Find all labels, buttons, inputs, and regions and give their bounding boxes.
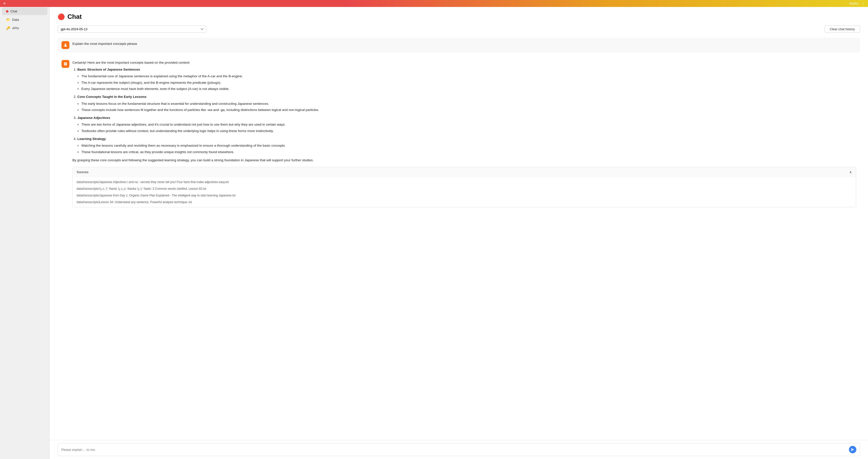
source-item-1: data/transscripts/Japanese Adjectives i … [76,180,852,185]
source-item-4: data/transscripts/Lesson 34: Understand … [76,200,852,205]
input-area [50,440,868,459]
svg-point-3 [66,63,66,64]
assistant-message-1: Certainly! Here are the most important c… [58,57,860,211]
concept-item-3: Japanese Adjectives There are two forms … [78,115,856,134]
content-area: 🔴 Chat gpt-4o-2024-05-13 gpt-4o gpt-3.5-… [50,7,868,440]
sources-label: Sources [76,170,89,175]
chat-dot-icon [6,10,8,13]
svg-rect-1 [64,62,67,65]
more-options-button[interactable]: ⋮ [862,1,865,5]
sources-body: data/transscripts/Japanese Adjectives i … [73,177,856,207]
source-item-2: data/transscripts/なんて Nante なんか Nanka など… [76,187,852,191]
assistant-avatar [61,60,69,68]
concept-item-2: Core Concepts Taught in the Early Lesson… [78,94,856,113]
concept-item-4: Learning Strategy Watching the lessons c… [78,136,856,155]
concept-item-1: Basic Structure of Japanese Sentences Th… [78,67,856,92]
sidebar-data-label: Data [12,18,19,22]
sidebar-item-apis[interactable]: 🔑 APIs [2,24,48,32]
page-title-icon: 🔴 [58,13,65,20]
svg-point-2 [65,63,65,64]
user-message-text: Explain the most important concepts plea… [72,41,856,46]
sidebar-item-chat[interactable]: Chat [2,7,48,15]
input-row [58,443,860,456]
apis-key-icon: 🔑 [6,26,10,30]
model-select[interactable]: gpt-4o-2024-05-13 gpt-4o gpt-3.5-turbo [58,26,206,33]
sidebar: Chat 📁 Data 🔑 APIs [0,0,50,459]
send-button[interactable] [849,446,856,453]
user-avatar [61,41,69,49]
sidebar-chat-label: Chat [10,9,17,13]
sources-collapse-icon: ∧ [849,170,852,175]
svg-point-0 [65,43,66,45]
deploy-button[interactable]: Deploy [849,2,859,5]
source-item-3: data/transscripts/Japanese from Day 1: O… [76,193,852,198]
toolbar: gpt-4o-2024-05-13 gpt-4o gpt-3.5-turbo C… [58,26,860,33]
sidebar-apis-label: APIs [12,26,19,30]
data-folder-icon: 📁 [6,18,10,22]
sidebar-item-data[interactable]: 📁 Data [2,15,48,24]
sources-header[interactable]: Sources ∧ [73,167,856,177]
main-content: 🔴 Chat gpt-4o-2024-05-13 gpt-4o gpt-3.5-… [50,0,868,459]
clear-chat-button[interactable]: Clear chat history [825,26,860,33]
page-title: Chat [67,13,82,21]
concept-list: Basic Structure of Japanese Sentences Th… [72,67,856,155]
close-button[interactable]: ✕ [3,1,6,5]
sources-section: Sources ∧ data/transscripts/Japanese Adj… [72,167,856,207]
assistant-message-content: Certainly! Here are the most important c… [72,60,856,207]
user-message-1: Explain the most important concepts plea… [58,38,860,53]
top-bar: ✕ Deploy ⋮ [0,0,868,7]
page-title-row: 🔴 Chat [58,13,860,21]
chat-container: Explain the most important concepts plea… [58,38,860,211]
chat-input[interactable] [61,448,847,452]
